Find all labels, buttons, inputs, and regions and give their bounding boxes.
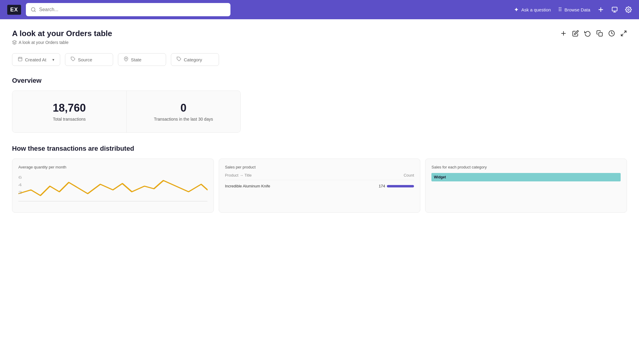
svg-text:4: 4 [18,183,22,187]
bar-container: 174 [376,184,414,188]
line-chart-svg: 6 4 2 [18,173,208,203]
app-logo: EX [7,5,21,15]
search-bar[interactable] [26,3,230,16]
col-product-title: Product → Title [225,173,252,177]
chart-cards: Average quantity per month 6 4 2 Sales p… [12,159,627,213]
chevron-down-icon: ▾ [52,57,54,62]
main-content: A look at your Orders table A look at yo… [0,19,639,364]
stat-recent-transactions: 0 Transactions in the last 30 days [126,91,241,132]
sales-product-title: Sales per product [225,165,414,169]
svg-marker-8 [12,40,16,42]
svg-line-1 [35,11,36,11]
row-value: 174 [376,184,385,188]
table-row: Incredible Aluminum Knife 174 [225,182,414,190]
sales-product-chart-card: Sales per product Product → Title Count … [219,159,421,213]
filter-category-label: Category [184,57,202,62]
svg-rect-15 [18,57,22,61]
nav-right-actions: ✦ Ask a question ⠿ Browse Data [514,6,632,13]
page-subtitle: A look at your Orders table [12,40,112,45]
top-navigation: EX ✦ Ask a question ⠿ Browse Data [0,0,639,19]
add-to-dashboard-icon[interactable] [560,30,567,38]
distribution-heading: How these transactions are distributed [12,145,627,153]
refresh-icon[interactable] [584,30,591,38]
stat-cards: 18,760 Total transactions 0 Transactions… [12,91,241,133]
layers-icon [12,40,17,45]
stat-total-value: 18,760 [22,102,117,114]
stat-recent-label: Transactions in the last 30 days [136,117,231,122]
ask-question-button[interactable]: ✦ Ask a question [514,6,551,13]
sales-category-title: Sales for each product category [431,165,621,169]
page-title: A look at your Orders table [12,29,112,38]
sales-table-header: Product → Title Count [225,173,414,180]
search-input[interactable] [39,7,226,12]
plus-icon: ✦ [514,6,519,13]
svg-text:2: 2 [18,190,22,194]
filter-state[interactable]: State [118,53,166,66]
filter-created-at-label: Created At [25,57,46,62]
stat-recent-value: 0 [136,102,231,114]
page-header: A look at your Orders table A look at yo… [12,29,627,45]
search-icon [31,7,36,12]
calendar-icon [18,57,23,63]
overview-heading: Overview [12,77,627,85]
filter-created-at[interactable]: Created At ▾ [12,53,60,66]
bar-visual [387,185,414,187]
browse-data-button[interactable]: ⠿ Browse Data [558,6,590,13]
filter-category[interactable]: Category [171,53,219,66]
tag-icon-source [71,57,76,63]
subtitle-text: A look at your Orders table [19,40,69,45]
clock-icon[interactable] [608,30,615,38]
avg-qty-chart-card: Average quantity per month 6 4 2 [12,159,214,213]
avg-qty-title: Average quantity per month [18,165,208,169]
grid-icon: ⠿ [558,6,562,13]
fullscreen-icon[interactable] [620,30,627,38]
col-count: Count [404,173,414,177]
row-label: Incredible Aluminum Knife [225,184,270,188]
filter-state-label: State [131,57,141,62]
category-bar-widget: Widget [431,173,621,181]
copy-icon[interactable] [596,30,603,38]
display-button[interactable] [611,6,618,13]
sales-category-chart-card: Sales for each product category Widget [425,159,627,213]
svg-point-20 [125,58,127,59]
add-button[interactable] [597,6,604,13]
filter-source-label: Source [78,57,92,62]
page-title-block: A look at your Orders table A look at yo… [12,29,112,45]
filter-source[interactable]: Source [65,53,113,66]
svg-rect-4 [612,7,617,11]
svg-rect-11 [599,32,602,36]
svg-point-7 [628,9,629,11]
edit-icon[interactable] [572,30,579,38]
tag-icon-category [177,57,181,63]
svg-text:6: 6 [18,175,22,179]
page-header-actions [560,29,627,38]
stat-total-label: Total transactions [22,117,117,122]
filter-bar: Created At ▾ Source State Category [12,53,627,66]
stat-total-transactions: 18,760 Total transactions [12,91,126,132]
map-pin-icon [124,57,128,63]
settings-icon[interactable] [625,6,632,13]
